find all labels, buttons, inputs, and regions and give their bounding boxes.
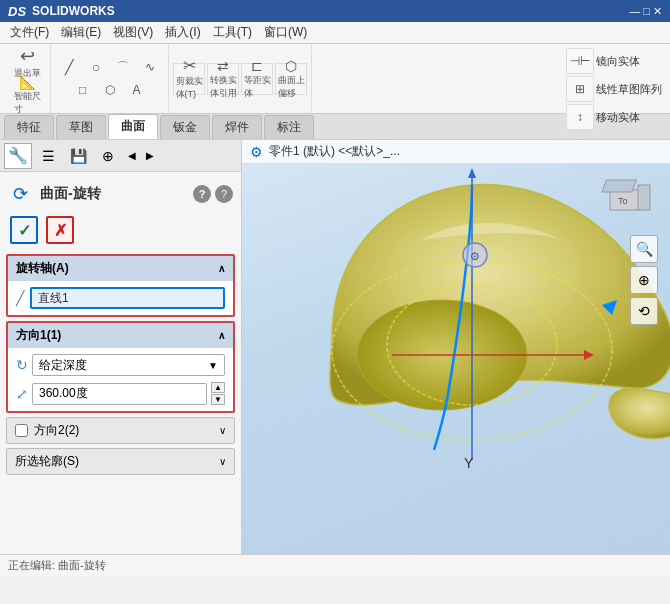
panel-save-btn[interactable]: 💾: [64, 143, 92, 169]
zoom-fit-button[interactable]: 🔍: [630, 235, 658, 263]
spline-tool-button[interactable]: ∿: [137, 56, 163, 78]
trim-button[interactable]: ✂ 剪裁实体(T): [173, 63, 205, 95]
menu-window[interactable]: 窗口(W): [258, 22, 313, 43]
status-text: 正在编辑: 曲面-旋转: [8, 558, 106, 573]
menu-view[interactable]: 视图(V): [107, 22, 159, 43]
angle-decrease-btn[interactable]: ▼: [211, 394, 225, 405]
zoom-button[interactable]: ⊕: [630, 266, 658, 294]
tab-sketch[interactable]: 草图: [56, 115, 106, 139]
direction2-section: 方向2(2) ∨: [6, 417, 235, 444]
smart-dim-button[interactable]: 📐 智能尺寸: [10, 80, 44, 110]
panel-origin-btn[interactable]: ⊕: [94, 143, 122, 169]
window-controls: — □ ✕: [629, 5, 662, 18]
direction1-type-dropdown[interactable]: 给定深度 ▼: [32, 354, 225, 376]
panel-title: 曲面-旋转: [40, 185, 101, 203]
tab-sheet-metal[interactable]: 钣金: [160, 115, 210, 139]
angle-icon: ⤢: [16, 386, 28, 402]
direction1-header[interactable]: 方向1(1) ∧: [8, 323, 233, 348]
move-entity-label: 移动实体: [596, 104, 640, 130]
breadcrumb-icon: ⚙: [250, 144, 263, 160]
linear-array-button[interactable]: ⊞: [566, 76, 594, 102]
svg-text:Y: Y: [464, 455, 474, 471]
3d-viewport[interactable]: ⚙ 零件1 (默认) <<默认>_...: [242, 140, 670, 554]
move-entity-button[interactable]: ↕: [566, 104, 594, 130]
panel-feature-btn[interactable]: 🔧: [4, 143, 32, 169]
surface-offset-button[interactable]: ⬡ 曲面上偏移: [275, 63, 307, 95]
direction2-checkbox[interactable]: [15, 424, 28, 437]
svg-marker-5: [468, 168, 476, 178]
selected-contours-chevron: ∨: [219, 456, 226, 467]
view-cube[interactable]: To: [600, 170, 660, 230]
text-tool-button[interactable]: A: [124, 79, 150, 101]
tab-surface[interactable]: 曲面: [108, 114, 158, 139]
line-tool-button[interactable]: ╱: [56, 56, 82, 78]
selected-contours-section: 所选轮廓(S) ∨: [6, 448, 235, 475]
panel-list-btn[interactable]: ☰: [34, 143, 62, 169]
menu-tools[interactable]: 工具(T): [207, 22, 258, 43]
surface-rotate-icon: ⟳: [8, 182, 32, 206]
circle-tool-button[interactable]: ○: [83, 56, 109, 78]
direction1-icon: ↻: [16, 357, 28, 373]
svg-text:⊙: ⊙: [470, 250, 479, 262]
sw-logo-icon: DS: [8, 4, 26, 19]
breadcrumb-bar: ⚙ 零件1 (默认) <<默认>_...: [242, 140, 670, 164]
rotate-view-button[interactable]: ⟲: [630, 297, 658, 325]
menu-edit[interactable]: 编辑(E): [55, 22, 107, 43]
panel-expand-btn[interactable]: ◀: [124, 143, 140, 169]
arc-tool-button[interactable]: ⌒: [110, 56, 136, 78]
line-icon: ╱: [16, 290, 24, 306]
selected-contours-header[interactable]: 所选轮廓(S) ∨: [7, 449, 234, 474]
cancel-button[interactable]: ✗: [46, 216, 74, 244]
rotation-axis-chevron: ∧: [218, 263, 225, 274]
more-help-button[interactable]: ?: [215, 185, 233, 203]
svg-rect-14: [638, 185, 650, 210]
tab-weldment[interactable]: 焊件: [212, 115, 262, 139]
panel-collapse-btn[interactable]: ▶: [142, 143, 158, 169]
angle-input[interactable]: [32, 383, 207, 405]
status-bar: 正在编辑: 曲面-旋转: [0, 554, 670, 576]
tab-features[interactable]: 特征: [4, 115, 54, 139]
dropdown-arrow: ▼: [208, 360, 218, 371]
convert-button[interactable]: ⇄ 转换实体引用: [207, 63, 239, 95]
breadcrumb-text: 零件1 (默认) <<默认>_...: [269, 143, 400, 160]
direction2-chevron: ∨: [219, 425, 226, 436]
direction1-chevron: ∧: [218, 330, 225, 341]
svg-text:To: To: [618, 196, 628, 206]
menu-file[interactable]: 文件(F): [4, 22, 55, 43]
mirror-entity-button[interactable]: ⊣⊢: [566, 48, 594, 74]
direction2-header[interactable]: 方向2(2) ∨: [7, 418, 234, 443]
rect-tool-button[interactable]: □: [70, 79, 96, 101]
rotation-axis-header[interactable]: 旋转轴(A) ∧: [8, 256, 233, 281]
angle-increase-btn[interactable]: ▲: [211, 382, 225, 393]
offset-button[interactable]: ⊏ 等距实体: [241, 63, 273, 95]
app-name: SOLIDWORKS: [32, 4, 115, 18]
help-button[interactable]: ?: [193, 185, 211, 203]
tab-annotation[interactable]: 标注: [264, 115, 314, 139]
menu-insert[interactable]: 插入(I): [159, 22, 206, 43]
ok-button[interactable]: ✓: [10, 216, 38, 244]
rotation-axis-section: 旋转轴(A) ∧ ╱: [6, 254, 235, 317]
svg-rect-13: [602, 180, 636, 192]
mirror-entity-label: 镜向实体: [596, 48, 640, 74]
linear-array-label: 线性草图阵列: [596, 76, 662, 102]
polygon-tool-button[interactable]: ⬡: [97, 79, 123, 101]
direction1-section: 方向1(1) ∧ ↻ 给定深度 ▼ ⤢ ▲: [6, 321, 235, 413]
rotation-axis-input[interactable]: [30, 287, 225, 309]
